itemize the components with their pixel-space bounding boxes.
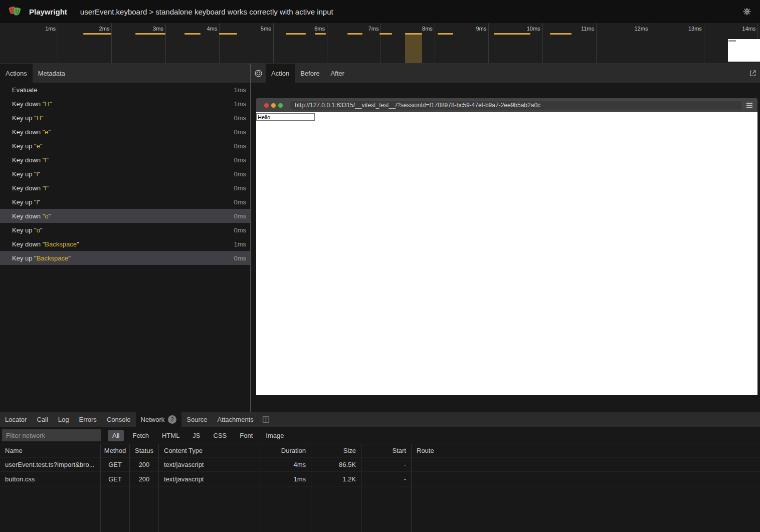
timeline-tick-label: 4ms — [187, 26, 217, 32]
column-header-status: Status — [130, 444, 159, 457]
action-row[interactable]: Key down "Backspace"1ms — [0, 237, 250, 251]
action-duration: 1ms — [234, 240, 246, 248]
action-key-value: o — [45, 212, 48, 220]
action-row[interactable]: Key down "l"0ms — [0, 181, 250, 195]
action-row[interactable]: Key up "Backspace"0ms — [0, 251, 250, 265]
filter-network-input[interactable] — [2, 429, 101, 441]
tab-source[interactable]: Source — [181, 412, 212, 427]
action-duration: 0ms — [234, 114, 246, 122]
tab-actions[interactable]: Actions — [0, 64, 33, 83]
action-label: Key down "e" — [12, 128, 230, 136]
pick-locator-button[interactable] — [251, 64, 266, 83]
network-cell[interactable]: 86.5K — [311, 457, 361, 472]
timeline-gridline — [542, 23, 543, 63]
tab-after[interactable]: After — [325, 64, 349, 83]
timeline-action-bar — [494, 33, 530, 35]
tab-locator[interactable]: Locator — [0, 412, 32, 427]
network-cell[interactable]: - — [361, 457, 412, 472]
playwright-masks-icon — [8, 5, 22, 18]
timeline-gridline — [165, 23, 166, 63]
action-duration: 0ms — [234, 212, 246, 220]
open-snapshot-button[interactable] — [745, 64, 760, 83]
tab-before-label: Before — [300, 70, 319, 77]
timeline-tick-label: 6ms — [295, 26, 325, 32]
timeline-tick-label: 10ms — [510, 26, 540, 32]
network-cell[interactable] — [412, 472, 760, 486]
timeline-action-bar — [379, 33, 392, 35]
action-row[interactable]: Key up "l"0ms — [0, 167, 250, 181]
action-row[interactable]: Key up "o"0ms — [0, 223, 250, 237]
network-cell[interactable]: GET — [101, 472, 130, 486]
timeline-action-bar — [286, 33, 306, 35]
timeline-action-bar — [405, 33, 422, 35]
filter-chip-js[interactable]: JS — [188, 430, 205, 441]
action-label: Key down "l" — [12, 156, 230, 164]
filter-chip-html[interactable]: HTML — [157, 430, 184, 441]
action-label: Key up "l" — [12, 170, 230, 178]
action-row[interactable]: Key down "H"1ms — [0, 97, 250, 111]
timeline-gridline — [596, 23, 597, 63]
split-view-button[interactable] — [259, 412, 274, 427]
timeline-gridline — [273, 23, 274, 63]
network-count-badge: 2 — [168, 415, 176, 424]
action-row[interactable]: Key down "e"0ms — [0, 125, 250, 139]
tab-console[interactable]: Console — [102, 412, 136, 427]
address-bar: http://127.0.0.1:63315/__vitest_test__/?… — [290, 101, 742, 110]
timeline-gridline — [327, 23, 327, 63]
network-cell[interactable]: - — [361, 472, 412, 486]
tab-action-label: Action — [271, 70, 289, 77]
network-cell[interactable]: text/javascript — [159, 457, 260, 472]
action-key-value: Backspace — [45, 240, 77, 248]
tab-log[interactable]: Log — [53, 412, 74, 427]
network-cell[interactable]: 4ms — [260, 457, 311, 472]
snapshot-area: http://127.0.0.1:63315/__vitest_test__/?… — [251, 83, 760, 412]
timeline-action-bar — [315, 33, 326, 35]
action-duration: 0ms — [234, 254, 246, 262]
snapshot-browser-window: http://127.0.0.1:63315/__vitest_test__/?… — [256, 98, 757, 395]
network-cell[interactable]: userEvent.test.ts?import&bro... — [0, 457, 101, 472]
action-row[interactable]: Key up "l"0ms — [0, 195, 250, 209]
timeline-tick-label: 13ms — [672, 26, 702, 32]
column-header-route: Route — [412, 444, 760, 457]
action-key-value: o — [37, 226, 40, 234]
network-cell[interactable]: 1.2K — [311, 472, 361, 486]
action-row[interactable]: Key up "e"0ms — [0, 139, 250, 153]
trace-viewer: Playwright userEvent.keyboard > standalo… — [0, 0, 760, 532]
action-duration: 0ms — [234, 142, 246, 150]
tab-errors[interactable]: Errors — [74, 412, 101, 427]
timeline[interactable]: 1ms2ms3ms4ms5ms6ms7ms8ms9ms10ms11ms12ms1… — [0, 23, 760, 64]
tab-attachments[interactable]: Attachments — [212, 412, 258, 427]
action-duration: 0ms — [234, 156, 246, 164]
action-row[interactable]: Key up "H"0ms — [0, 111, 250, 125]
column-header-content-type: Content Type — [159, 444, 260, 457]
column-filler — [159, 486, 260, 532]
tab-action[interactable]: Action — [266, 64, 295, 83]
network-cell[interactable]: GET — [101, 457, 130, 472]
timeline-gridline — [650, 23, 650, 63]
tab-network[interactable]: Network2 — [136, 412, 182, 427]
action-duration: 0ms — [234, 128, 246, 136]
filter-chip-image[interactable]: Image — [261, 430, 288, 441]
action-row[interactable]: Key down "l"0ms — [0, 153, 250, 167]
settings-button[interactable] — [740, 5, 754, 19]
filter-chip-font[interactable]: Font — [235, 430, 257, 441]
filter-chip-all[interactable]: All — [108, 430, 124, 441]
network-cell[interactable]: 1ms — [260, 472, 311, 486]
actions-panel: Actions Metadata Evaluate1msKey down "H"… — [0, 64, 251, 412]
action-row[interactable]: Key down "o"0ms — [0, 209, 250, 223]
tab-label: Locator — [5, 416, 27, 423]
filter-chip-css[interactable]: CSS — [209, 430, 232, 441]
network-cell[interactable] — [412, 457, 760, 472]
network-cell[interactable]: text/javascript — [159, 472, 260, 486]
action-row[interactable]: Evaluate1ms — [0, 83, 250, 97]
network-cell[interactable]: 200 — [130, 457, 159, 472]
filter-chip-fetch[interactable]: Fetch — [128, 430, 153, 441]
tab-call[interactable]: Call — [32, 412, 53, 427]
column-header-name: Name — [0, 444, 101, 457]
network-cell[interactable]: button.css — [0, 472, 101, 486]
network-cell[interactable]: 200 — [130, 472, 159, 486]
action-list: Evaluate1msKey down "H"1msKey up "H"0msK… — [0, 83, 250, 412]
timeline-gridline — [381, 23, 381, 63]
tab-metadata[interactable]: Metadata — [33, 64, 71, 83]
tab-before[interactable]: Before — [295, 64, 325, 83]
